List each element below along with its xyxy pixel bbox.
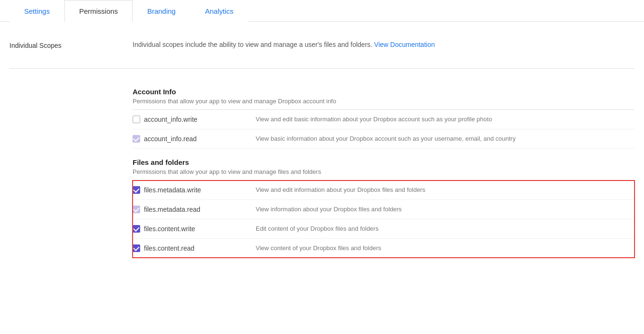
tab-analytics[interactable]: Analytics: [190, 0, 248, 22]
permission-desc-files_content_write: Edit content of your Dropbox files and f…: [256, 225, 635, 232]
permission-label-account_info_write[interactable]: account_info.write: [133, 116, 256, 123]
tab-permissions[interactable]: Permissions: [64, 0, 133, 22]
checkbox-files_metadata_write: [133, 186, 140, 194]
view-documentation-link[interactable]: View Documentation: [374, 41, 435, 48]
permission-name-files_content_read: files.content.read: [144, 244, 195, 252]
checkbox-files_metadata_read: [133, 206, 140, 213]
individual-scopes-description: Individual scopes include the ability to…: [133, 41, 435, 48]
permission-desc-account_info_read: View basic information about your Dropbo…: [256, 135, 635, 142]
permission-desc-account_info_write: View and edit basic information about yo…: [256, 116, 635, 123]
permission-name-account_info_read: account_info.read: [144, 135, 197, 143]
checkbox-account_info_read: [133, 135, 140, 143]
permission-label-files_metadata_write[interactable]: files.metadata.write: [133, 186, 256, 194]
checkbox-files_content_read: [133, 244, 140, 252]
permission-name-account_info_write: account_info.write: [144, 116, 197, 123]
permission-name-files_content_write: files.content.write: [144, 225, 195, 233]
permission-row-files_content_read: files.content.readView content of your D…: [133, 239, 635, 258]
group-title-files_folders: Files and folders: [133, 149, 635, 168]
permission-label-files_metadata_read[interactable]: files.metadata.read: [133, 206, 256, 213]
permission-desc-files_metadata_read: View information about your Dropbox file…: [256, 206, 635, 213]
individual-scopes-label: Individual Scopes: [9, 41, 133, 49]
tab-branding[interactable]: Branding: [133, 0, 190, 22]
permission-label-files_content_write[interactable]: files.content.write: [133, 225, 256, 233]
permission-row-account_info_write: account_info.writeView and edit basic in…: [133, 110, 635, 129]
permission-label-files_content_read[interactable]: files.content.read: [133, 244, 256, 252]
permission-label-account_info_read[interactable]: account_info.read: [133, 135, 256, 143]
group-title-account_info: Account Info: [133, 78, 635, 98]
group-desc-files_folders: Permissions that allow your app to view …: [133, 168, 635, 180]
checkbox-files_content_write: [133, 225, 140, 233]
highlighted-permissions-box: files.metadata.writeView and edit inform…: [133, 181, 635, 258]
main-content: Individual Scopes Individual scopes incl…: [0, 22, 644, 272]
permission-name-files_metadata_read: files.metadata.read: [144, 206, 200, 213]
permission-desc-files_content_read: View content of your Dropbox files and f…: [256, 244, 635, 252]
permission-name-files_metadata_write: files.metadata.write: [144, 186, 201, 194]
permission-row-files_content_write: files.content.writeEdit content of your …: [133, 219, 635, 239]
permission-row-account_info_read: account_info.readView basic information …: [133, 129, 635, 149]
permission-desc-files_metadata_write: View and edit information about your Dro…: [256, 186, 635, 193]
permission-section: Account InfoPermissions that allow your …: [9, 78, 635, 258]
permission-row-files_metadata_write: files.metadata.writeView and edit inform…: [133, 181, 635, 200]
individual-scopes-desc-text: Individual scopes include the ability to…: [133, 41, 372, 48]
tab-settings[interactable]: Settings: [9, 0, 64, 22]
section-divider: [9, 68, 635, 69]
checkbox-account_info_write: [133, 116, 140, 123]
individual-scopes-section: Individual Scopes Individual scopes incl…: [9, 36, 635, 59]
tab-bar: SettingsPermissionsBrandingAnalytics: [0, 0, 644, 22]
group-desc-account_info: Permissions that allow your app to view …: [133, 98, 635, 109]
permission-row-files_metadata_read: files.metadata.readView information abou…: [133, 200, 635, 219]
